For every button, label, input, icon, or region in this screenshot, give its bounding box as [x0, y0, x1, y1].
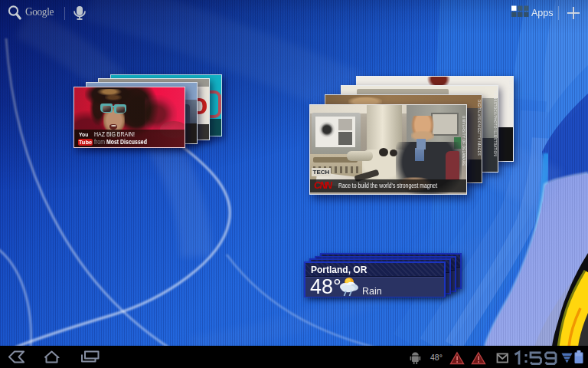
- svg-text:48°: 48°: [430, 353, 443, 362]
